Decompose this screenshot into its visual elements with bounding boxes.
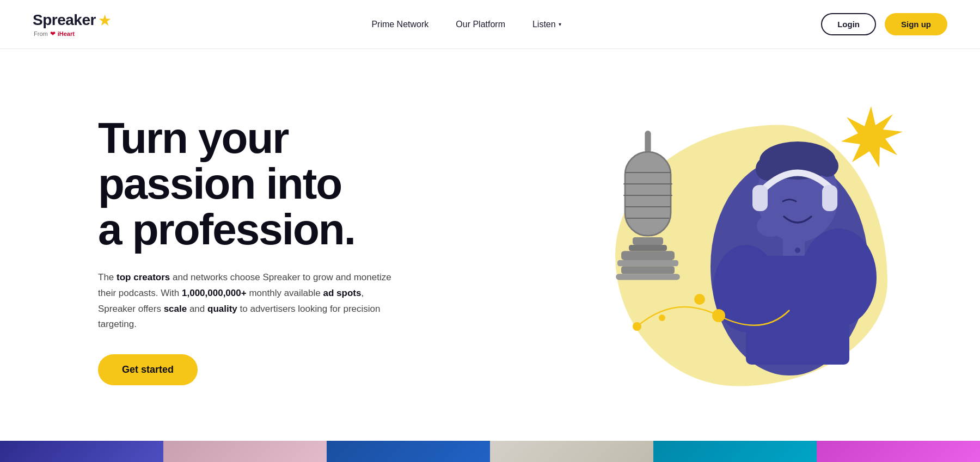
svg-rect-14 <box>621 266 675 274</box>
nav-listen-label: Listen <box>532 20 556 29</box>
svg-rect-11 <box>629 245 667 251</box>
podcast-card-2[interactable]: Podcast <box>163 441 327 462</box>
podcast-card-2-inner: Podcast <box>163 441 327 462</box>
podcast-card-6[interactable]: ♪ <box>817 441 980 462</box>
desc-mid4: and <box>187 304 207 314</box>
svg-rect-4 <box>625 152 671 236</box>
logo-main: Spreaker ★ <box>33 11 112 29</box>
hero-title-line2: passion into <box>98 159 341 208</box>
nav-our-platform[interactable]: Our Platform <box>456 20 505 29</box>
hero-title-line3: a profession. <box>98 205 355 254</box>
podcast-card-1-inner: ITCHY & <box>0 441 163 462</box>
podcast-card-3-inner: ▶ <box>327 441 490 462</box>
svg-rect-24 <box>752 185 768 211</box>
podcast-card-4-inner: Gi <box>490 441 653 462</box>
svg-rect-12 <box>621 251 675 260</box>
podcast-card-5-inner: STRM HOT <box>653 441 817 462</box>
desc-bold2: 1,000,000,000+ <box>182 288 247 298</box>
curve-dot-small <box>659 315 665 321</box>
nav-actions: Login Sign up <box>821 13 947 35</box>
svg-point-21 <box>817 155 838 177</box>
svg-point-26 <box>757 215 784 237</box>
get-started-button[interactable]: Get started <box>98 354 198 385</box>
microphone-illustration <box>610 131 686 283</box>
nav-links: Prime Network Our Platform Listen ▾ <box>371 20 561 29</box>
hero-description: The top creators and networks choose Spr… <box>98 270 403 333</box>
desc-pre: The <box>98 272 117 282</box>
podcast-card-4[interactable]: Gi <box>490 441 653 462</box>
login-button[interactable]: Login <box>821 13 876 35</box>
curve-dot-large <box>694 294 705 305</box>
desc-bold3: ad spots <box>323 288 361 298</box>
logo-area: Spreaker ★ From ❤ iHeart <box>33 11 112 38</box>
svg-rect-25 <box>822 185 837 211</box>
hero-illustration <box>588 87 915 414</box>
signup-button[interactable]: Sign up <box>885 13 947 35</box>
desc-bold4: scale <box>164 304 187 314</box>
curve-line-decoration <box>632 283 795 348</box>
podcast-strip: ITCHY & Podcast ▶ Gi STRM HOT ♪ <box>0 441 980 462</box>
svg-point-1 <box>633 322 641 331</box>
hero-section: Turn your passion into a profession. The… <box>0 49 980 441</box>
svg-rect-13 <box>617 260 678 266</box>
svg-rect-3 <box>645 131 651 153</box>
desc-bold1: top creators <box>117 272 170 282</box>
svg-point-29 <box>795 248 800 253</box>
hero-content: Turn your passion into a profession. The… <box>98 115 403 386</box>
person-illustration <box>686 120 893 392</box>
navbar: Spreaker ★ From ❤ iHeart Prime Network O… <box>0 0 980 49</box>
hero-title: Turn your passion into a profession. <box>98 115 403 252</box>
podcast-card-3[interactable]: ▶ <box>327 441 490 462</box>
svg-point-23 <box>798 143 819 164</box>
svg-point-22 <box>777 145 797 165</box>
nav-listen[interactable]: Listen ▾ <box>532 20 561 29</box>
svg-point-2 <box>712 309 725 322</box>
logo-text: Spreaker <box>33 11 96 29</box>
svg-rect-10 <box>633 237 663 245</box>
podcast-card-5[interactable]: STRM HOT <box>653 441 817 462</box>
podcast-card-1[interactable]: ITCHY & <box>0 441 163 462</box>
nav-prime-network[interactable]: Prime Network <box>371 20 428 29</box>
podcast-card-6-inner: ♪ <box>817 441 980 462</box>
desc-bold5: quality <box>207 304 237 314</box>
logo-sub: From ❤ iHeart <box>33 30 75 38</box>
from-text: From <box>34 30 48 37</box>
svg-rect-15 <box>616 274 680 280</box>
chevron-down-icon: ▾ <box>559 21 561 27</box>
desc-mid2: monthly available <box>247 288 323 298</box>
iheart-logo: iHeart <box>58 30 75 37</box>
logo-star: ★ <box>98 11 112 29</box>
hero-title-line1: Turn your <box>98 114 288 162</box>
heart-icon: ❤ <box>50 30 56 38</box>
